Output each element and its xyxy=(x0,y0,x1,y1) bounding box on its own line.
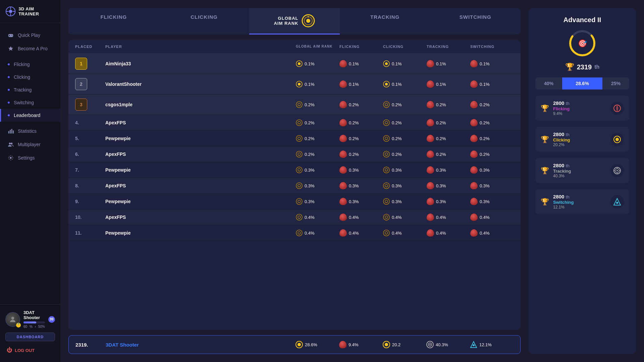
panel-rank-title: Advanced II xyxy=(535,16,629,24)
rank-icon-red xyxy=(339,80,347,88)
tabs-bar: FLICKING CLICKING GLOBAL AIM RANK TRACKI… xyxy=(68,8,521,35)
player-clicking-icon xyxy=(383,341,390,348)
table-row: 11. Pewpewpie – 0.4% 0.4% – 0.4% 0.4% 0.… xyxy=(68,225,521,241)
rank-badge-silver: 2 xyxy=(75,78,87,90)
clicking-cell: – 0.2% xyxy=(383,119,427,126)
tab-flicking[interactable]: FLICKING xyxy=(68,8,159,35)
skill-trophy-switching: 🏆 xyxy=(541,198,549,206)
player-flicking-val: 9.4% xyxy=(348,342,359,347)
sidebar-item-quick-play[interactable]: Quick Play xyxy=(0,28,60,42)
sidebar-nav: Quick Play Become A Pro Flicking Clickin… xyxy=(0,23,60,304)
power-icon: ⏻ xyxy=(7,347,12,353)
aim-rank-icon xyxy=(302,14,315,27)
logout-label: LOG OUT xyxy=(15,348,35,353)
clicking-cell: – 0.2% xyxy=(383,151,427,158)
svg-text:–: – xyxy=(299,232,300,235)
controller-icon xyxy=(8,32,14,38)
gar-cell: – 0.2% xyxy=(296,135,339,142)
rank-icon-red xyxy=(427,119,434,126)
rank-cell: 2 xyxy=(75,78,105,90)
flicking-cell: 0.2% xyxy=(339,150,383,158)
skill-icon-switching xyxy=(610,195,624,208)
sidebar-item-multiplayer[interactable]: Multiplayer xyxy=(0,138,60,151)
sidebar-item-settings[interactable]: Settings xyxy=(0,151,60,165)
rank-icon-gold xyxy=(296,60,303,67)
user-name: 3DAT Shooter xyxy=(23,310,45,320)
rank-icon-gold-dim: – xyxy=(296,214,303,221)
svg-text:–: – xyxy=(386,122,387,125)
sidebar-item-label: Multiplayer xyxy=(18,142,41,147)
skill-name-flicking: Flicking xyxy=(553,106,606,111)
rank-icon-red xyxy=(470,182,478,189)
skill-trophy-clicking: 🏆 xyxy=(541,135,549,143)
logout-button[interactable]: ⏻ LOG OUT xyxy=(5,344,55,357)
rank-icon-red xyxy=(427,198,434,205)
placement-num: 2319 xyxy=(577,63,592,71)
rank-icon-red xyxy=(427,80,434,88)
pct-left: 40% xyxy=(535,77,562,89)
svg-point-10 xyxy=(12,36,13,36)
rank-icon-gold-dim: – xyxy=(383,214,390,221)
tracking-cell: 0.2% xyxy=(427,135,470,142)
svg-point-29 xyxy=(298,83,301,85)
sidebar-item-statistics[interactable]: Statistics xyxy=(0,124,60,138)
rank-icon-red xyxy=(427,214,434,221)
sidebar-item-leaderboard[interactable]: Leaderboard xyxy=(0,109,60,122)
clicking-cell: – 0.3% xyxy=(383,167,427,173)
rank-icon-gold xyxy=(383,81,390,87)
sidebar-item-flicking[interactable]: Flicking xyxy=(0,58,60,71)
rank-icon-gold-dim: – xyxy=(383,151,390,158)
switching-cell: 0.1% xyxy=(470,60,514,67)
tab-tracking[interactable]: TRACKING xyxy=(340,8,430,35)
leaderboard-table: PLACED PLAYER GLOBAL AIM RANK FLICKING C… xyxy=(68,40,521,330)
svg-rect-13 xyxy=(10,130,11,133)
svg-point-89 xyxy=(385,343,388,346)
flicking-cell: 0.3% xyxy=(339,166,383,174)
tab-switching[interactable]: SWITCHING xyxy=(430,8,521,35)
skill-icon-tracking xyxy=(610,164,624,177)
tab-global-aim[interactable]: GLOBAL AIM RANK xyxy=(249,8,340,35)
sidebar-item-switching[interactable]: Switching xyxy=(0,96,60,109)
nav-dot xyxy=(8,89,10,91)
clicking-skill-icon xyxy=(613,135,621,143)
sidebar-item-label: Settings xyxy=(18,155,35,161)
rank-icon-gold-dim: – xyxy=(296,182,303,189)
rank-num: 4. xyxy=(75,120,79,125)
switching-cell: 0.4% xyxy=(470,229,514,237)
gar-cell: – 0.3% xyxy=(296,182,339,189)
flicking-cell: 0.2% xyxy=(339,119,383,126)
svg-point-31 xyxy=(385,83,388,85)
tracking-cell: 0.1% xyxy=(427,60,470,67)
panel-rank-icon-wrap: 🎯 xyxy=(535,30,629,57)
rank-icon-red xyxy=(427,60,434,67)
tab-flicking-label: FLICKING xyxy=(100,14,127,20)
nav-dot xyxy=(8,102,10,104)
table-row: 6. ApexFPS – 0.2% 0.2% – 0.2% 0.2% 0.2% xyxy=(68,146,521,162)
svg-point-87 xyxy=(298,343,301,346)
sidebar-item-tracking[interactable]: Tracking xyxy=(0,83,60,96)
badge-count: 99 xyxy=(48,316,55,323)
rank-icon-red xyxy=(470,80,478,88)
svg-point-25 xyxy=(298,62,301,65)
skill-pct-flicking: 9.4% xyxy=(553,111,606,116)
svg-text:–: – xyxy=(299,185,300,188)
sidebar-item-become-pro[interactable]: Become A Pro xyxy=(0,42,60,55)
skill-name-switching: Switching xyxy=(553,200,606,205)
sidebar-item-label: Flicking xyxy=(14,62,30,67)
svg-text:–: – xyxy=(299,104,300,107)
svg-point-17 xyxy=(11,143,12,144)
dashboard-button[interactable]: DASHBOARD xyxy=(5,333,55,341)
sidebar-item-clicking[interactable]: Clicking xyxy=(0,71,60,83)
skill-card-switching: 🏆 2800 th Switching 12.1% xyxy=(535,189,629,214)
clicking-cell: – 0.3% xyxy=(383,198,427,205)
rank-num: 6. xyxy=(75,152,79,157)
rank-icon-gold-dim: – xyxy=(296,230,303,236)
tab-clicking[interactable]: CLICKING xyxy=(159,8,250,35)
skill-pct-switching: 12.1% xyxy=(553,205,606,209)
tracking-cell: 0.2% xyxy=(427,150,470,158)
percent-bar: 40% 28.6% 25% xyxy=(535,77,629,89)
rank-num: 8. xyxy=(75,183,79,188)
svg-text:–: – xyxy=(299,122,300,125)
tab-switching-label: SWITCHING xyxy=(460,14,491,20)
logo-area: 3D AIM TRAINER xyxy=(0,0,60,23)
